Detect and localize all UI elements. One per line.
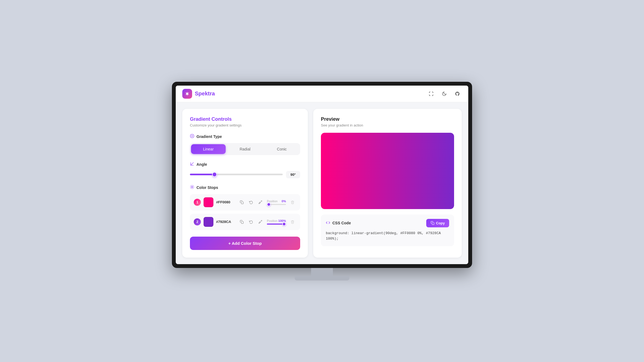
stop-actions-2 [238, 218, 264, 226]
dark-mode-button[interactable] [440, 89, 449, 98]
header-icons [427, 89, 462, 98]
css-label-text: CSS Code [332, 221, 351, 225]
gradient-type-tabs: Linear Radial Conic [190, 143, 300, 155]
css-code-header: CSS Code Copy [326, 219, 449, 227]
stop-number-1: 1 [194, 199, 201, 206]
css-code-text: background: linear-gradient(90deg, #FF00… [326, 231, 449, 242]
gradient-type-icon [190, 134, 194, 139]
stop-copy-btn-2[interactable] [238, 218, 246, 226]
stop-swatch-1[interactable] [204, 197, 213, 207]
logo-area: Spektra [182, 89, 215, 99]
monitor: Spektra [172, 82, 472, 268]
stop-slider-1[interactable] [267, 204, 286, 205]
main-content: Gradient Controls Customize your gradien… [176, 102, 468, 264]
tab-conic[interactable]: Conic [264, 144, 299, 154]
angle-section: Angle 90° [190, 162, 300, 178]
right-panel: Preview See your gradient in action [313, 109, 462, 258]
color-stops-label: Color Stops [196, 185, 218, 190]
gradient-type-header: Gradient Type [190, 134, 300, 139]
stop-position-2: Position 100% [267, 219, 286, 225]
stop-number-2: 2 [194, 218, 201, 225]
preview-title: Preview [321, 116, 454, 122]
copy-button[interactable]: Copy [426, 219, 449, 227]
stop-hex-2: #7928CA [216, 220, 235, 224]
css-code-section: CSS Code Copy background: linear-gradien… [321, 215, 454, 246]
angle-slider-row: 90° [190, 171, 300, 178]
svg-rect-7 [241, 221, 243, 224]
angle-icon [190, 162, 194, 167]
angle-value: 90° [286, 171, 300, 178]
copy-label: Copy [436, 221, 445, 225]
svg-rect-8 [432, 222, 434, 225]
css-code-label: CSS Code [326, 221, 351, 226]
svg-line-2 [191, 162, 194, 165]
svg-rect-6 [241, 202, 243, 204]
stop-slider-2[interactable] [267, 224, 286, 225]
header: Spektra [176, 86, 468, 102]
stop-eyedropper-btn-1[interactable] [257, 198, 264, 206]
monitor-stand [295, 268, 349, 280]
stop-delete-btn-1[interactable] [289, 198, 296, 206]
panel-subtitle: Customize your gradient settings [190, 123, 300, 127]
angle-label: Angle [196, 162, 207, 167]
color-stops-section: Color Stops 1 #FF0080 [190, 185, 300, 230]
screen: Spektra [176, 86, 468, 264]
stop-hex-1: #FF0080 [216, 200, 235, 204]
stop-refresh-btn-2[interactable] [247, 218, 255, 226]
code-icon [326, 221, 330, 226]
color-stops-icon [190, 185, 194, 190]
expand-button[interactable] [427, 89, 436, 98]
left-panel: Gradient Controls Customize your gradien… [182, 109, 308, 258]
stop-refresh-btn-1[interactable] [247, 198, 255, 206]
github-button[interactable] [453, 89, 462, 98]
angle-header: Angle [190, 162, 300, 167]
angle-slider[interactable] [190, 174, 283, 175]
stop-actions-1 [238, 198, 264, 206]
tab-radial[interactable]: Radial [228, 144, 263, 154]
stop-copy-btn-1[interactable] [238, 198, 246, 206]
tab-linear[interactable]: Linear [191, 144, 226, 154]
gradient-preview [321, 133, 454, 209]
color-stop-2: 2 #7928CA [190, 214, 300, 230]
gradient-type-section: Gradient Type Linear Radial Conic [190, 134, 300, 155]
stop-position-1: Position 0% [267, 200, 286, 205]
stop-eyedropper-btn-2[interactable] [257, 218, 264, 226]
add-color-stop-button[interactable]: + Add Color Stop [190, 237, 300, 250]
stand-base [295, 276, 349, 280]
preview-subtitle: See your gradient in action [321, 123, 454, 127]
app-logo-icon [182, 89, 192, 99]
svg-point-5 [192, 186, 193, 188]
color-stops-header: Color Stops [190, 185, 300, 190]
stop-swatch-2[interactable] [204, 217, 213, 227]
panel-title: Gradient Controls [190, 116, 300, 122]
app-name: Spektra [195, 90, 215, 97]
stop-delete-btn-2[interactable] [289, 218, 296, 226]
color-stop-1: 1 #FF0080 [190, 194, 300, 210]
gradient-type-label: Gradient Type [196, 134, 222, 139]
stand-neck [311, 268, 333, 276]
